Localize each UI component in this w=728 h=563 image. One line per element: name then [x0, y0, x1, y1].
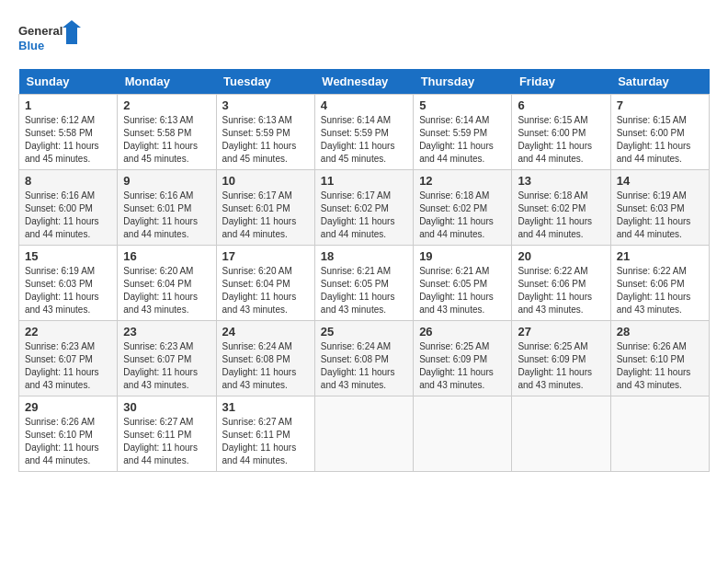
calendar-week-row: 22 Sunrise: 6:23 AM Sunset: 6:07 PM Dayl… — [19, 321, 710, 396]
page-header: General Blue — [18, 18, 710, 60]
day-info: Sunrise: 6:18 AM Sunset: 6:02 PM Dayligh… — [419, 190, 506, 241]
calendar-cell: 13 Sunrise: 6:18 AM Sunset: 6:02 PM Dayl… — [512, 170, 610, 246]
calendar-table: SundayMondayTuesdayWednesdayThursdayFrid… — [18, 69, 710, 472]
day-number: 29 — [25, 400, 111, 414]
day-info: Sunrise: 6:26 AM Sunset: 6:10 PM Dayligh… — [617, 340, 703, 392]
day-number: 11 — [321, 174, 407, 188]
day-of-week-header: Sunday — [19, 69, 118, 95]
day-number: 12 — [419, 174, 506, 188]
day-number: 30 — [123, 400, 210, 414]
day-number: 27 — [518, 325, 604, 339]
calendar-cell: 9 Sunrise: 6:16 AM Sunset: 6:01 PM Dayli… — [118, 170, 216, 246]
calendar-cell: 22 Sunrise: 6:23 AM Sunset: 6:07 PM Dayl… — [19, 321, 118, 396]
calendar-cell: 3 Sunrise: 6:13 AM Sunset: 5:59 PM Dayli… — [216, 95, 314, 170]
calendar-cell: 16 Sunrise: 6:20 AM Sunset: 6:04 PM Dayl… — [118, 246, 216, 321]
day-info: Sunrise: 6:17 AM Sunset: 6:01 PM Dayligh… — [222, 190, 309, 241]
day-info: Sunrise: 6:23 AM Sunset: 6:07 PM Dayligh… — [123, 340, 210, 392]
day-info: Sunrise: 6:19 AM Sunset: 6:03 PM Dayligh… — [617, 190, 703, 241]
calendar-header-row: SundayMondayTuesdayWednesdayThursdayFrid… — [19, 69, 710, 95]
calendar-cell: 7 Sunrise: 6:15 AM Sunset: 6:00 PM Dayli… — [610, 95, 709, 170]
day-number: 6 — [518, 98, 604, 112]
day-number: 3 — [222, 98, 309, 112]
calendar-week-row: 29 Sunrise: 6:26 AM Sunset: 6:10 PM Dayl… — [19, 396, 710, 472]
calendar-cell: 28 Sunrise: 6:26 AM Sunset: 6:10 PM Dayl… — [610, 321, 709, 396]
day-number: 19 — [419, 249, 506, 263]
day-number: 17 — [222, 249, 309, 263]
day-number: 9 — [123, 174, 210, 188]
day-number: 31 — [222, 400, 309, 414]
calendar-week-row: 8 Sunrise: 6:16 AM Sunset: 6:00 PM Dayli… — [19, 170, 710, 246]
calendar-cell: 26 Sunrise: 6:25 AM Sunset: 6:09 PM Dayl… — [414, 321, 512, 396]
day-info: Sunrise: 6:24 AM Sunset: 6:08 PM Dayligh… — [321, 340, 407, 392]
logo: General Blue — [18, 18, 83, 60]
day-number: 2 — [123, 98, 210, 112]
calendar-cell: 31 Sunrise: 6:27 AM Sunset: 6:11 PM Dayl… — [216, 396, 314, 472]
day-number: 16 — [123, 249, 210, 263]
day-info: Sunrise: 6:19 AM Sunset: 6:03 PM Dayligh… — [25, 265, 111, 316]
day-of-week-header: Monday — [118, 69, 216, 95]
day-info: Sunrise: 6:14 AM Sunset: 5:59 PM Dayligh… — [419, 114, 506, 166]
calendar-week-row: 15 Sunrise: 6:19 AM Sunset: 6:03 PM Dayl… — [19, 246, 710, 321]
day-number: 1 — [25, 98, 111, 112]
day-number: 26 — [419, 325, 506, 339]
calendar-cell: 23 Sunrise: 6:23 AM Sunset: 6:07 PM Dayl… — [118, 321, 216, 396]
day-number: 21 — [617, 249, 703, 263]
calendar-cell: 5 Sunrise: 6:14 AM Sunset: 5:59 PM Dayli… — [414, 95, 512, 170]
calendar-cell — [610, 396, 709, 472]
day-info: Sunrise: 6:18 AM Sunset: 6:02 PM Dayligh… — [518, 190, 604, 241]
day-info: Sunrise: 6:26 AM Sunset: 6:10 PM Dayligh… — [25, 416, 111, 467]
calendar-cell: 17 Sunrise: 6:20 AM Sunset: 6:04 PM Dayl… — [216, 246, 314, 321]
calendar-cell: 18 Sunrise: 6:21 AM Sunset: 6:05 PM Dayl… — [314, 246, 413, 321]
day-info: Sunrise: 6:24 AM Sunset: 6:08 PM Dayligh… — [222, 340, 309, 392]
day-number: 13 — [518, 174, 604, 188]
day-info: Sunrise: 6:21 AM Sunset: 6:05 PM Dayligh… — [321, 265, 407, 316]
day-info: Sunrise: 6:12 AM Sunset: 5:58 PM Dayligh… — [25, 114, 111, 166]
logo-svg: General Blue — [18, 18, 83, 60]
day-info: Sunrise: 6:14 AM Sunset: 5:59 PM Dayligh… — [321, 114, 407, 166]
calendar-cell: 1 Sunrise: 6:12 AM Sunset: 5:58 PM Dayli… — [19, 95, 118, 170]
calendar-cell — [414, 396, 512, 472]
svg-text:General: General — [18, 24, 63, 38]
day-number: 22 — [25, 325, 111, 339]
day-info: Sunrise: 6:25 AM Sunset: 6:09 PM Dayligh… — [518, 340, 604, 392]
day-number: 4 — [321, 98, 407, 112]
day-number: 18 — [321, 249, 407, 263]
day-number: 28 — [617, 325, 703, 339]
day-info: Sunrise: 6:25 AM Sunset: 6:09 PM Dayligh… — [419, 340, 506, 392]
day-of-week-header: Saturday — [610, 69, 709, 95]
calendar-cell: 14 Sunrise: 6:19 AM Sunset: 6:03 PM Dayl… — [610, 170, 709, 246]
calendar-cell: 2 Sunrise: 6:13 AM Sunset: 5:58 PM Dayli… — [118, 95, 216, 170]
svg-marker-2 — [63, 20, 81, 44]
day-info: Sunrise: 6:23 AM Sunset: 6:07 PM Dayligh… — [25, 340, 111, 392]
calendar-cell: 24 Sunrise: 6:24 AM Sunset: 6:08 PM Dayl… — [216, 321, 314, 396]
day-of-week-header: Thursday — [414, 69, 512, 95]
calendar-cell: 30 Sunrise: 6:27 AM Sunset: 6:11 PM Dayl… — [118, 396, 216, 472]
day-info: Sunrise: 6:20 AM Sunset: 6:04 PM Dayligh… — [222, 265, 309, 316]
day-info: Sunrise: 6:22 AM Sunset: 6:06 PM Dayligh… — [518, 265, 604, 316]
day-number: 24 — [222, 325, 309, 339]
day-info: Sunrise: 6:13 AM Sunset: 5:58 PM Dayligh… — [123, 114, 210, 166]
day-number: 8 — [25, 174, 111, 188]
day-of-week-header: Wednesday — [314, 69, 413, 95]
calendar-cell: 6 Sunrise: 6:15 AM Sunset: 6:00 PM Dayli… — [512, 95, 610, 170]
day-number: 14 — [617, 174, 703, 188]
day-number: 15 — [25, 249, 111, 263]
calendar-cell: 27 Sunrise: 6:25 AM Sunset: 6:09 PM Dayl… — [512, 321, 610, 396]
day-of-week-header: Friday — [512, 69, 610, 95]
day-number: 5 — [419, 98, 506, 112]
day-number: 25 — [321, 325, 407, 339]
day-info: Sunrise: 6:20 AM Sunset: 6:04 PM Dayligh… — [123, 265, 210, 316]
calendar-cell — [314, 396, 413, 472]
day-number: 20 — [518, 249, 604, 263]
day-info: Sunrise: 6:17 AM Sunset: 6:02 PM Dayligh… — [321, 190, 407, 241]
calendar-cell: 11 Sunrise: 6:17 AM Sunset: 6:02 PM Dayl… — [314, 170, 413, 246]
day-info: Sunrise: 6:21 AM Sunset: 6:05 PM Dayligh… — [419, 265, 506, 316]
day-number: 10 — [222, 174, 309, 188]
calendar-cell — [512, 396, 610, 472]
calendar-cell: 25 Sunrise: 6:24 AM Sunset: 6:08 PM Dayl… — [314, 321, 413, 396]
day-number: 7 — [617, 98, 703, 112]
day-info: Sunrise: 6:15 AM Sunset: 6:00 PM Dayligh… — [617, 114, 703, 166]
calendar-cell: 4 Sunrise: 6:14 AM Sunset: 5:59 PM Dayli… — [314, 95, 413, 170]
calendar-cell: 8 Sunrise: 6:16 AM Sunset: 6:00 PM Dayli… — [19, 170, 118, 246]
day-info: Sunrise: 6:16 AM Sunset: 6:00 PM Dayligh… — [25, 190, 111, 241]
